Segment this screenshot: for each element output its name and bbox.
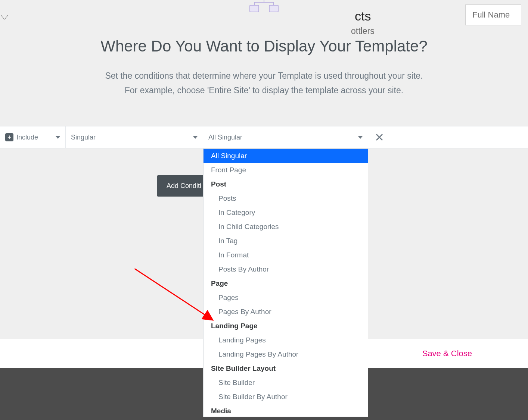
include-label: Include: [16, 134, 38, 141]
remove-condition-button[interactable]: [368, 126, 391, 148]
dropdown-group: Post: [204, 177, 368, 191]
sub-rule-select-value: All Singular: [208, 134, 242, 141]
dropdown-group: Landing Page: [204, 319, 368, 333]
svg-line-10: [134, 269, 213, 320]
dropdown-option[interactable]: Pages: [204, 291, 368, 305]
dropdown-option[interactable]: Front Page: [204, 163, 368, 177]
rule-select[interactable]: Singular: [66, 126, 203, 148]
modal-title: Where Do You Want to Display Your Templa…: [0, 37, 528, 55]
dropdown-option[interactable]: In Tag: [204, 234, 368, 248]
sub-rule-select[interactable]: All Singular: [203, 126, 368, 148]
dropdown-option[interactable]: All Singular: [204, 149, 368, 163]
dropdown-group: Page: [204, 276, 368, 291]
condition-row: + Include Singular All Singular: [0, 126, 528, 148]
save-close-button[interactable]: Save & Close: [422, 349, 472, 358]
sub-rule-dropdown: All SingularFront PagePostPostsIn Catego…: [203, 148, 368, 417]
dropdown-option[interactable]: Pages By Author: [204, 305, 368, 319]
dropdown-option[interactable]: Posts By Author: [204, 262, 368, 276]
dropdown-option[interactable]: In Child Categories: [204, 220, 368, 234]
dropdown-option[interactable]: Landing Pages: [204, 333, 368, 347]
modal-subtitle-1: Set the conditions that determine where …: [85, 69, 443, 83]
dropdown-option[interactable]: Site Builder By Author: [204, 390, 368, 404]
caret-down-icon: [56, 136, 60, 139]
plus-icon: +: [5, 133, 13, 141]
include-segment[interactable]: + Include: [0, 126, 66, 148]
rule-select-value: Singular: [71, 134, 96, 141]
dropdown-option[interactable]: In Format: [204, 248, 368, 262]
dropdown-group: Site Builder Layout: [204, 361, 368, 376]
caret-down-icon: [358, 136, 363, 139]
dropdown-option[interactable]: Landing Pages By Author: [204, 347, 368, 361]
dropdown-option[interactable]: Posts: [204, 191, 368, 206]
caret-down-icon: [193, 136, 198, 139]
dropdown-list[interactable]: All SingularFront PagePostPostsIn Catego…: [204, 149, 368, 417]
close-icon: [375, 133, 383, 141]
dropdown-option[interactable]: In Category: [204, 206, 368, 220]
display-conditions-modal: Where Do You Want to Display Your Templa…: [0, 0, 528, 98]
modal-subtitle-2: For example, choose 'Entire Site' to dis…: [85, 83, 443, 98]
dropdown-option[interactable]: Site Builder: [204, 376, 368, 390]
dropdown-group: Media: [204, 404, 368, 417]
